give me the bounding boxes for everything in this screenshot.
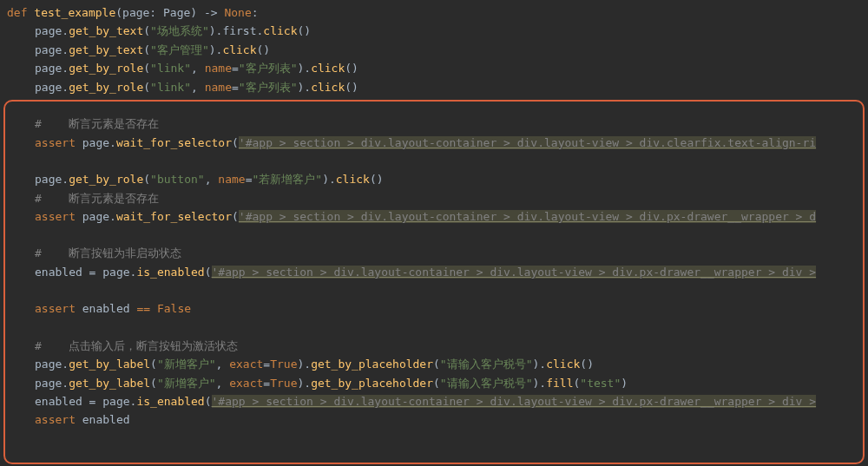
comment-line[interactable]: # 断言元素是否存在: [0, 189, 868, 207]
code-line[interactable]: page.get_by_text("场地系统").first.click(): [0, 22, 868, 40]
comment: # 断言元素是否存在: [35, 192, 159, 205]
code-line[interactable]: assert enabled == False: [0, 299, 868, 318]
code-line[interactable]: assert page.wait_for_selector('#app > se…: [0, 134, 868, 152]
keyword-def: def: [7, 6, 27, 19]
code-line[interactable]: page.get_by_label("新增客户", exact=True).ge…: [0, 374, 868, 392]
comment: # 断言元素是否存在: [35, 117, 159, 130]
comment: # 点击输入后，断言按钮为激活状态: [35, 339, 238, 352]
code-line[interactable]: enabled = page.is_enabled('#app > sectio…: [0, 392, 868, 410]
comment-line[interactable]: # 点击输入后，断言按钮为激活状态: [0, 337, 868, 355]
code-editor[interactable]: def test_example(page: Page) -> None: pa…: [0, 3, 868, 430]
code-line[interactable]: page.get_by_label("新增客户", exact=True).ge…: [0, 355, 868, 373]
code-line[interactable]: assert page.wait_for_selector('#app > se…: [0, 207, 868, 226]
code-line[interactable]: page.get_by_role("button", name="若新增客户")…: [0, 170, 868, 188]
code-line[interactable]: page.get_by_text("客户管理").click(): [0, 41, 868, 59]
code-line[interactable]: def test_example(page: Page) -> None:: [0, 3, 868, 22]
css-selector-string: '#app > section > div.layout-container >…: [239, 210, 816, 223]
css-selector-string: '#app > section > div.layout-container >…: [212, 395, 817, 408]
function-name: test_example: [34, 6, 115, 19]
comment: # 断言按钮为非启动状态: [35, 246, 181, 259]
css-selector-string: '#app > section > div.layout-container >…: [239, 136, 816, 149]
code-line[interactable]: assert enabled: [0, 410, 868, 429]
code-line[interactable]: enabled = page.is_enabled('#app > sectio…: [0, 263, 868, 281]
code-line[interactable]: page.get_by_role("link", name="客户列表").cl…: [0, 78, 868, 96]
comment-line[interactable]: # 断言元素是否存在: [0, 115, 868, 133]
comment-line[interactable]: # 断言按钮为非启动状态: [0, 244, 868, 262]
css-selector-string: '#app > section > div.layout-container >…: [212, 266, 817, 279]
code-line[interactable]: page.get_by_role("link", name="客户列表").cl…: [0, 59, 868, 77]
